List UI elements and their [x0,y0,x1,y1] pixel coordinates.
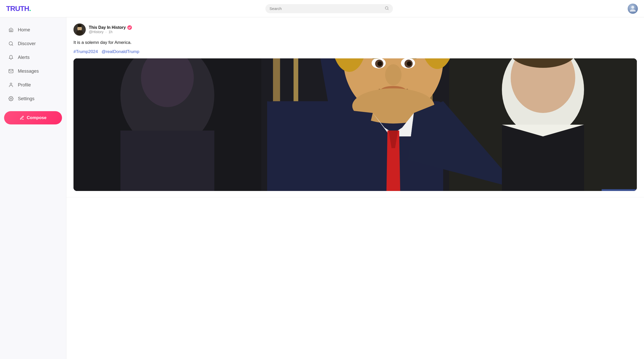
messages-icon [8,68,14,74]
hashtag-trump2024[interactable]: #Trump2024 [73,49,98,54]
sidebar-label-discover: Discover [18,41,36,46]
post-image[interactable] [73,58,637,191]
app-header: TRUTH. [0,0,644,17]
search-bar[interactable] [265,4,393,13]
profile-icon [8,82,14,88]
avatar-image [73,23,86,36]
search-input[interactable] [269,6,383,11]
post-handle: @History · 1h [89,30,132,34]
feed: This Day In History @History · 1h [66,17,644,359]
post-image-svg [73,58,637,191]
sidebar-item-settings[interactable]: Settings [4,92,62,105]
svg-line-3 [12,45,13,46]
svg-point-36 [407,61,411,66]
user-avatar[interactable] [628,4,638,14]
sidebar-item-messages[interactable]: Messages [4,65,62,78]
post-header: This Day In History @History · 1h [73,23,637,36]
svg-point-8 [76,30,83,35]
post-name-row: This Day In History [89,25,132,30]
sidebar-label-settings: Settings [18,96,34,101]
svg-rect-9 [78,24,81,27]
svg-rect-54 [602,189,637,191]
post-avatar [73,23,86,36]
svg-line-1 [388,9,388,10]
post-body: It is a solemn day for America. [73,39,637,46]
compose-icon [20,116,24,120]
sidebar-label-home: Home [18,27,30,33]
settings-icon [8,96,14,101]
verified-badge [127,25,132,30]
post-meta: This Day In History @History · 1h [89,25,132,34]
sidebar-item-profile[interactable]: Profile [4,79,62,91]
mention-donald-trump[interactable]: @realDonaldTrump [102,49,139,54]
sidebar-label-profile: Profile [18,82,31,88]
svg-point-4 [10,83,12,85]
post-tags: #Trump2024 @realDonaldTrump [73,48,637,55]
post-card: This Day In History @History · 1h [66,17,644,197]
alerts-icon [8,55,14,60]
svg-point-39 [385,64,401,85]
sidebar-label-alerts: Alerts [18,55,30,60]
search-icon [385,6,389,11]
main-layout: Home Discover Alerts [0,17,644,359]
sidebar-label-messages: Messages [18,69,39,74]
sidebar-item-discover[interactable]: Discover [4,37,62,50]
compose-label: Compose [27,115,46,120]
svg-point-5 [10,98,12,99]
sidebar-item-alerts[interactable]: Alerts [4,51,62,64]
svg-rect-19 [120,131,214,191]
app-logo: TRUTH. [6,5,31,13]
discover-icon [8,41,14,46]
sidebar: Home Discover Alerts [0,17,66,359]
svg-point-35 [377,61,382,66]
sidebar-item-home[interactable]: Home [4,23,62,36]
compose-button[interactable]: Compose [4,111,62,124]
post-author-name: This Day In History [89,25,126,30]
home-icon [8,27,14,33]
